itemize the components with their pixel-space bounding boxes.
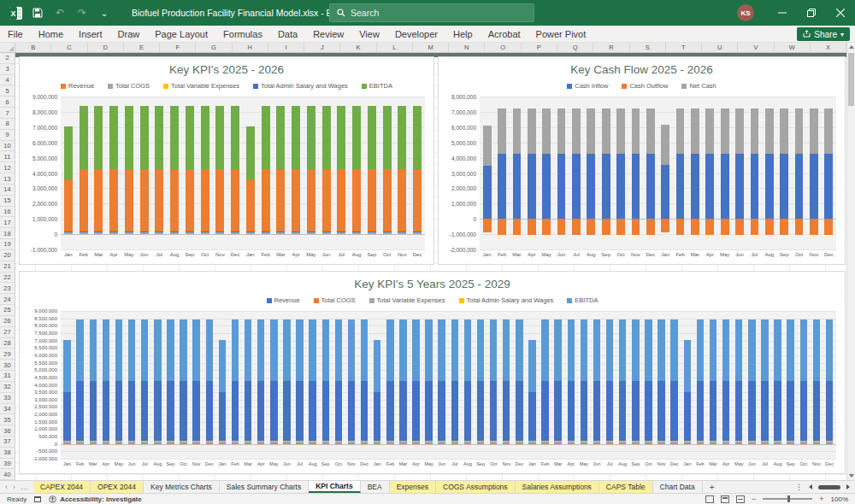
row-header-2[interactable]: 2 [0,53,15,64]
zoom-out-icon[interactable]: − [752,495,756,503]
ribbon-tab-formulas[interactable]: Formulas [215,26,270,43]
ribbon-tab-view[interactable]: View [351,26,387,43]
macro-record-icon[interactable] [34,496,41,502]
sheet-tab-sales-summary-charts[interactable]: Sales Summary Charts [220,481,309,493]
row-header-18[interactable]: 18 [0,228,15,239]
scroll-right-icon[interactable] [846,484,850,489]
row-header-4[interactable]: 4 [0,75,15,86]
row-header-10[interactable]: 10 [0,141,15,152]
row-header-23[interactable]: 23 [0,283,15,294]
zoom-slider[interactable] [763,498,812,500]
sheet-tab-expenses[interactable]: Expenses [390,481,436,493]
restore-icon[interactable] [797,0,826,26]
next-sheet-icon[interactable]: › [13,483,15,491]
row-header-15[interactable]: 15 [0,196,15,207]
chart-key-kpis-5-years-2025-2029[interactable]: Key KPI's 5 Years 2025 - 2029 RevenueTot… [19,271,846,474]
normal-view-icon[interactable] [705,495,714,503]
row-header-12[interactable]: 12 [0,162,15,173]
sheet-tab-kpi-charts[interactable]: KPI Charts [309,481,360,493]
row-header-7[interactable]: 7 [0,108,15,119]
row-header-22[interactable]: 22 [0,273,15,284]
scroll-down-icon[interactable] [847,472,855,480]
horizontal-scrollbar-thumb[interactable] [818,485,840,489]
customize-qat-icon[interactable]: ⌄ [97,6,111,20]
zoom-slider-thumb[interactable] [787,495,790,502]
row-header-32[interactable]: 32 [0,382,15,393]
column-header-t[interactable]: T [666,43,702,52]
row-header-33[interactable]: 33 [0,393,15,404]
row-header-17[interactable]: 17 [0,217,15,228]
row-header-19[interactable]: 19 [0,239,15,250]
column-header-u[interactable]: U [702,43,738,52]
scroll-up-icon[interactable] [847,43,855,51]
accessibility-checker[interactable]: Accessibility: Investigate [49,495,142,503]
column-header-h[interactable]: H [233,43,268,52]
sheet-tab-capex-2044[interactable]: CAPEX 2044 [33,481,91,493]
vertical-scrollbar[interactable] [846,43,855,480]
column-header-k[interactable]: K [340,43,376,52]
column-header-g[interactable]: G [196,43,232,52]
column-header-i[interactable]: I [268,43,304,52]
ribbon-tab-home[interactable]: Home [31,26,71,43]
row-header-38[interactable]: 38 [0,448,15,459]
chart-key-cash-flow-2025-2026[interactable]: Key Cash Flow 2025 - 2026 Cash InflowCas… [438,56,846,265]
row-header-29[interactable]: 29 [0,349,15,360]
row-header-14[interactable]: 14 [0,185,15,196]
undo-icon[interactable]: ↶ [53,6,67,20]
row-header-20[interactable]: 20 [0,250,15,261]
sheet-tab-salaries-assumptions[interactable]: Salaries Assumptions [516,481,599,493]
row-header-9[interactable]: 9 [0,130,15,141]
horizontal-scrollbar[interactable]: ⋮ [790,481,855,493]
column-header-c[interactable]: C [51,43,87,52]
sheet-tab-cogs-assumptions[interactable]: COGS Assumptions [436,481,516,493]
row-header-24[interactable]: 24 [0,294,15,305]
column-header-s[interactable]: S [630,43,666,52]
row-header-16[interactable]: 16 [0,207,15,218]
ribbon-tab-help[interactable]: Help [445,26,481,43]
row-header-11[interactable]: 11 [0,151,15,162]
row-header-30[interactable]: 30 [0,360,15,371]
save-icon[interactable] [31,6,44,20]
row-header-3[interactable]: 3 [0,64,15,75]
chart-key-kpis-2025-2026[interactable]: Key KPI's 2025 - 2026 RevenueTotal COGST… [19,56,434,265]
row-header-6[interactable]: 6 [0,97,15,108]
ribbon-tab-review[interactable]: Review [305,26,351,43]
row-header-8[interactable]: 8 [0,119,15,130]
sheet-tab-caps-table[interactable]: CAPS Table [599,481,653,493]
vertical-scrollbar-thumb[interactable] [848,53,854,106]
page-break-view-icon[interactable] [736,495,745,503]
column-header-d[interactable]: D [88,43,124,52]
column-header-o[interactable]: O [485,43,521,52]
row-header-28[interactable]: 28 [0,338,15,349]
minimize-icon[interactable] [768,0,797,26]
prev-sheet-icon[interactable]: ‹ [5,483,8,491]
column-header-n[interactable]: N [449,43,485,52]
row-header-35[interactable]: 35 [0,414,15,425]
row-header-34[interactable]: 34 [0,404,15,415]
column-header-b[interactable]: B [15,43,51,52]
ribbon-tab-developer[interactable]: Developer [387,26,445,43]
ribbon-tab-power-pivot[interactable]: Power Pivot [528,26,594,43]
column-header-m[interactable]: M [413,43,449,52]
ribbon-tab-draw[interactable]: Draw [110,26,148,43]
search-box[interactable] [329,3,534,22]
ribbon-tab-page-layout[interactable]: Page Layout [147,26,215,43]
page-layout-view-icon[interactable] [721,495,729,503]
more-sheets-icon[interactable]: … [21,483,28,491]
ribbon-tab-file[interactable]: File [0,26,31,43]
row-header-40[interactable]: 40 [0,469,15,480]
scroll-left-icon[interactable] [809,484,812,489]
row-header-39[interactable]: 39 [0,459,15,470]
search-input[interactable] [351,8,527,18]
sheet-tab-opex-2044[interactable]: OPEX 2044 [91,481,144,493]
column-header-e[interactable]: E [124,43,160,52]
column-header-x[interactable]: X [811,43,846,52]
row-header-21[interactable]: 21 [0,261,15,273]
row-header-37[interactable]: 37 [0,437,15,448]
close-icon[interactable] [826,0,855,26]
share-button[interactable]: Share ▾ [797,27,850,41]
excel-app-icon[interactable]: X [9,6,22,20]
sheet-tab-chart-data[interactable]: Chart Data [653,481,703,493]
select-all-corner[interactable] [0,43,15,52]
row-header-27[interactable]: 27 [0,327,15,338]
